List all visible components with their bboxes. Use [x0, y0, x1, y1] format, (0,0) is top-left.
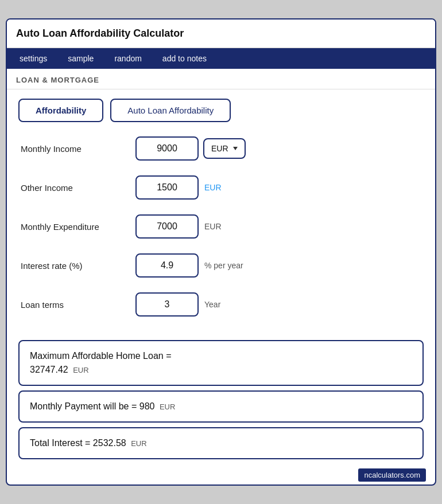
currency-dropdown-label: EUR	[211, 144, 228, 153]
other-income-currency: EUR	[204, 183, 222, 192]
fields-section: Monthly Income EUR Other Income EUR Mont…	[7, 129, 435, 335]
chevron-down-icon	[233, 147, 238, 150]
section-label: LOAN & MORTGAGE	[7, 69, 435, 89]
max-loan-currency: EUR	[73, 366, 88, 374]
footer: ncalculators.com	[7, 464, 435, 485]
window-title: Auto Loan Affordability Calculator	[16, 28, 184, 39]
brand-label: ncalculators.com	[358, 468, 426, 482]
monthly-payment-currency: EUR	[160, 403, 175, 411]
tab-affordability[interactable]: Affordability	[18, 99, 103, 122]
total-interest-result: Total Interest = 2532.58 EUR	[18, 427, 424, 459]
calculator-container: Auto Loan Affordability Calculator setti…	[6, 18, 436, 486]
total-interest-line1: Total Interest = 2532.58	[30, 438, 126, 448]
other-income-row: Other Income EUR	[21, 173, 421, 202]
loan-terms-label: Loan terms	[21, 300, 135, 310]
interest-rate-suffix: % per year	[204, 261, 243, 270]
interest-rate-label: Interest rate (%)	[21, 261, 135, 271]
currency-dropdown[interactable]: EUR	[203, 138, 246, 159]
max-loan-line1: Maximum Affordable Home Loan =	[30, 351, 172, 361]
tab-row: Affordability Auto Loan Affordability	[7, 89, 435, 129]
other-income-input[interactable]	[135, 175, 199, 200]
monthly-expenditure-input[interactable]	[135, 214, 199, 239]
loan-terms-row: Loan terms Year	[21, 290, 421, 319]
max-loan-value: 32747.42	[30, 365, 68, 374]
monthly-expenditure-label: Monthly Expenditure	[21, 222, 135, 232]
nav-add-to-notes[interactable]: add to notes	[152, 48, 217, 69]
title-bar: Auto Loan Affordability Calculator	[7, 19, 435, 48]
monthly-expenditure-currency: EUR	[204, 222, 222, 231]
max-loan-result: Maximum Affordable Home Loan = 32747.42 …	[18, 340, 424, 386]
interest-rate-row: Interest rate (%) % per year	[21, 251, 421, 280]
monthly-payment-result: Monthly Payment will be = 980 EUR	[18, 390, 424, 423]
tab-auto-loan-affordability[interactable]: Auto Loan Affordability	[110, 99, 231, 122]
loan-terms-input[interactable]	[135, 292, 199, 317]
nav-random[interactable]: random	[104, 48, 152, 69]
monthly-payment-line1: Monthly Payment will be = 980	[30, 401, 154, 411]
nav-sample[interactable]: sample	[57, 48, 104, 69]
interest-rate-input[interactable]	[135, 253, 199, 278]
other-income-label: Other Income	[21, 183, 135, 193]
monthly-expenditure-row: Monthly Expenditure EUR	[21, 212, 421, 241]
monthly-income-input[interactable]	[135, 136, 199, 161]
total-interest-currency: EUR	[131, 439, 146, 448]
monthly-income-row: Monthly Income EUR	[21, 134, 421, 163]
monthly-income-label: Monthly Income	[21, 144, 135, 154]
nav-settings[interactable]: settings	[9, 48, 57, 69]
nav-bar: settings sample random add to notes	[7, 48, 435, 69]
loan-terms-suffix: Year	[204, 300, 220, 309]
